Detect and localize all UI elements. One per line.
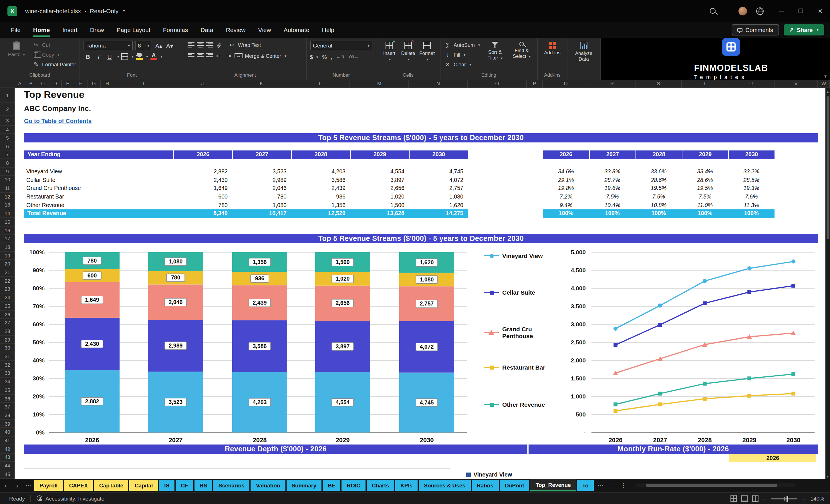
sheet-tab-dupont[interactable]: DuPont: [500, 480, 530, 491]
svg-text:-: -: [584, 429, 586, 436]
svg-text:2,989: 2,989: [168, 342, 183, 349]
svg-text:2028: 2028: [253, 437, 267, 444]
svg-text:2,882: 2,882: [85, 398, 99, 405]
accessibility-icon: [37, 496, 43, 501]
svg-text:936: 936: [255, 275, 264, 281]
svg-text:30%: 30%: [33, 375, 44, 382]
svg-text:2027: 2027: [653, 437, 667, 444]
svg-text:2,656: 2,656: [336, 300, 350, 306]
zoom-level[interactable]: 140%: [810, 496, 824, 502]
zoom-out-icon[interactable]: −: [763, 495, 767, 502]
scroll-down-icon[interactable]: ▾: [827, 473, 829, 479]
svg-text:2030: 2030: [787, 437, 801, 444]
svg-text:90%: 90%: [33, 267, 44, 274]
charts-layer: 0%10%20%30%40%50%60%70%80%90%100%2,8822,…: [0, 0, 830, 504]
svg-text:3,000: 3,000: [571, 321, 586, 327]
svg-text:2028: 2028: [698, 437, 712, 444]
new-sheet-button[interactable]: +: [606, 479, 618, 492]
tab-scroll-right-icon[interactable]: ›: [11, 479, 23, 492]
zoom-slider-thumb[interactable]: [787, 496, 789, 501]
scroll-up-icon[interactable]: ▴: [827, 88, 829, 94]
svg-text:1,020: 1,020: [336, 276, 350, 282]
svg-text:3,586: 3,586: [253, 343, 266, 349]
sheet-tab-roic[interactable]: ROIC: [342, 480, 365, 491]
svg-text:1,649: 1,649: [85, 296, 99, 303]
horizontal-scroll-thumb[interactable]: [646, 484, 777, 487]
svg-text:2026: 2026: [85, 437, 99, 444]
svg-text:600: 600: [88, 272, 97, 279]
sheet-tab-to[interactable]: To: [577, 480, 594, 491]
svg-text:2027: 2027: [169, 437, 183, 444]
svg-text:2,430: 2,430: [85, 341, 99, 347]
sheet-tab-is[interactable]: IS: [159, 480, 174, 491]
svg-text:100%: 100%: [29, 249, 44, 255]
svg-text:60%: 60%: [33, 321, 44, 327]
svg-text:50%: 50%: [33, 339, 44, 346]
svg-text:2026: 2026: [609, 437, 622, 444]
zoom-slider[interactable]: [771, 498, 798, 499]
sheet-tab-sources-uses[interactable]: Sources & Uses: [419, 480, 471, 491]
svg-text:2029: 2029: [336, 437, 350, 444]
svg-text:1,080: 1,080: [168, 258, 183, 264]
horizontal-scrollbar[interactable]: [636, 483, 796, 487]
revenue-line-chart: -5001,0001,5002,0002,5003,0003,5004,0004…: [571, 249, 815, 444]
svg-text:2,500: 2,500: [571, 339, 586, 346]
sheet-tab-kpis[interactable]: KPIs: [395, 480, 418, 491]
sheet-tab-captable[interactable]: CapTable: [94, 480, 128, 491]
svg-text:5,000: 5,000: [571, 249, 586, 255]
tab-scroll-left-icon[interactable]: ‹: [0, 479, 11, 492]
svg-text:2,046: 2,046: [168, 299, 183, 305]
sheet-tabs: PayrollCAPEXCapTableCapitalISCFBSScenari…: [34, 479, 595, 492]
svg-text:4,000: 4,000: [571, 285, 586, 291]
svg-text:780: 780: [171, 274, 181, 281]
svg-text:780: 780: [88, 257, 97, 264]
svg-text:1,356: 1,356: [253, 259, 266, 265]
sheet-tab-valuation[interactable]: Valuation: [251, 480, 285, 491]
sheet-tab-scenarios[interactable]: Scenarios: [213, 480, 250, 491]
tab-overflow-icon[interactable]: ⋯: [595, 479, 606, 492]
svg-text:20%: 20%: [33, 393, 44, 400]
page-layout-view-icon[interactable]: [741, 496, 747, 502]
svg-text:2,000: 2,000: [571, 357, 586, 364]
sheet-tab-cf[interactable]: CF: [175, 480, 193, 491]
sheet-tab-payroll[interactable]: Payroll: [34, 480, 63, 491]
svg-text:1,500: 1,500: [571, 375, 586, 382]
sheet-tab-ratios[interactable]: Ratios: [472, 480, 499, 491]
status-bar: Ready Accessibility: Investigate − + 140…: [0, 492, 830, 504]
sheet-tab-top-revenue[interactable]: Top_Revenue: [531, 479, 576, 492]
svg-text:1,620: 1,620: [420, 259, 434, 265]
sheet-tab-capex[interactable]: CAPEX: [64, 480, 93, 491]
zoom-in-icon[interactable]: +: [802, 495, 806, 502]
svg-text:2,439: 2,439: [253, 300, 266, 306]
vertical-scroll-thumb[interactable]: [826, 96, 829, 239]
normal-view-icon[interactable]: [731, 496, 737, 502]
svg-text:3,523: 3,523: [168, 399, 183, 405]
svg-text:70%: 70%: [33, 303, 44, 310]
status-ready: Ready: [9, 495, 25, 501]
svg-text:40%: 40%: [33, 357, 44, 364]
svg-text:4,203: 4,203: [253, 399, 266, 405]
sheet-tab-summary[interactable]: Summary: [286, 480, 321, 491]
svg-text:4,745: 4,745: [420, 399, 434, 406]
sheet-tab-bar: ‹ › ⋯ PayrollCAPEXCapTableCapitalISCFBSS…: [0, 479, 830, 492]
accessibility-status[interactable]: Accessibility: Investigate: [45, 495, 104, 501]
svg-text:1,500: 1,500: [336, 259, 350, 265]
tab-list-icon[interactable]: ⋯: [23, 479, 34, 492]
sheet-tab-bs[interactable]: BS: [194, 480, 212, 491]
svg-text:3,500: 3,500: [571, 303, 586, 310]
sheet-tab-charts[interactable]: Charts: [367, 480, 394, 491]
sheet-tab-be[interactable]: BE: [323, 480, 340, 491]
stacked-bar-chart: 0%10%20%30%40%50%60%70%80%90%100%2,8822,…: [29, 249, 467, 444]
svg-text:1,080: 1,080: [420, 276, 434, 283]
svg-text:3,897: 3,897: [336, 343, 350, 350]
svg-text:4,500: 4,500: [571, 267, 586, 274]
svg-text:2030: 2030: [420, 437, 434, 444]
page-break-view-icon[interactable]: [752, 496, 759, 502]
status-separator: [31, 495, 31, 502]
excel-window: X wine-cellar-hotel.xlsx - Read-Only ▾ ✕…: [0, 0, 830, 504]
svg-text:2,757: 2,757: [420, 300, 434, 307]
tab-kebab-icon[interactable]: ⋮: [618, 479, 629, 492]
svg-text:4,072: 4,072: [420, 344, 434, 350]
sheet-tab-capital[interactable]: Capital: [130, 480, 158, 491]
svg-text:1,000: 1,000: [571, 393, 586, 400]
